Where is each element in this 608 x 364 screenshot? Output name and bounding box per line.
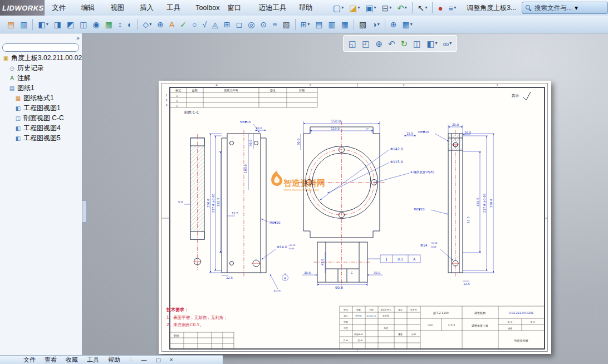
previous-view-icon[interactable]: ↶ [386, 36, 398, 51]
grid-settings-icon[interactable]: ▦▾ [400, 17, 415, 32]
weld-symbol-icon[interactable]: ◬ [210, 17, 220, 32]
tree-item-annotations[interactable]: A 注解 [0, 73, 82, 83]
note-icon[interactable]: A [167, 17, 176, 32]
taskbar-menu-favorites[interactable]: 收藏 [61, 356, 82, 364]
tree-item-drawing-view5[interactable]: ◧ 工程图视图5 [0, 133, 82, 143]
view-settings-icon[interactable]: ◧▾ [424, 36, 439, 51]
projected-view-icon[interactable]: ◨ [52, 17, 63, 32]
breakout-section-icon[interactable]: ◐ [125, 17, 134, 32]
crop-view-icon[interactable]: ▦ [103, 17, 115, 32]
main-menus: 文件(F)编辑(E)视图(V)插入(I)工具(T)Toolbox窗口(W)迈迪工… [48, 2, 325, 14]
solidworks-window: { "icons": {"caret":"▾","chevrons":"»","… [0, 0, 608, 364]
document-title: 调整角度上板3... [467, 3, 516, 13]
select-arrow-icon[interactable]: ↖▾ [415, 1, 430, 15]
display-options-icon[interactable]: ≡▾ [446, 1, 458, 15]
tree-item-icon: ◧ [14, 135, 22, 141]
dim-label: 100.0 [244, 164, 247, 173]
panel-header: » [0, 33, 82, 42]
technical-requirements: 技术要求： 1、表面平整，无划伤，无利角； 2、未注倒角C0.5。 [166, 307, 228, 327]
table-icon[interactable]: ⊞▾ [298, 17, 312, 32]
open-folder-icon[interactable]: ◪▾ [347, 1, 362, 15]
zoom-in-out-icon[interactable]: ⊕ [373, 36, 385, 51]
view-right: 25.0 10.0 M6▼15 M8▼20 Φ14 +0.10 -0.05 12… [414, 123, 494, 286]
svg-text:其余: 其余 [511, 94, 519, 98]
svg-text:第 张: 第 张 [358, 339, 363, 342]
center-mark-icon[interactable]: ⊙ [258, 17, 269, 32]
drawing-canvas[interactable]: ◱◰⊕↶↻◫◧▾∞▾ 4 3 2 1 [82, 33, 608, 364]
smart-dimension-icon[interactable]: ◇▾ [140, 17, 154, 32]
svg-text:标记: 标记 [343, 308, 348, 311]
hide-show-items-icon[interactable]: ∞▾ [441, 36, 454, 51]
area-hatch-icon[interactable]: ▨ [280, 17, 292, 32]
tree-item-section-view-cc[interactable]: ◫ 剖面视图 C-C [0, 113, 82, 123]
tree-item-drawing-view4[interactable]: ◧ 工程图视图4 [0, 123, 82, 133]
undo-icon[interactable]: ↶▾ [395, 1, 409, 15]
taskbar-menu-tools[interactable]: 工具 [82, 356, 104, 364]
hole-table-icon[interactable]: ▦ [339, 17, 351, 32]
sheet-properties-icon[interactable]: ▥ [18, 17, 30, 32]
bom-table-icon[interactable]: ▥ [326, 17, 338, 32]
panel-splitter-handle[interactable] [82, 200, 87, 223]
revision-table-icon[interactable]: ▤ [313, 17, 325, 32]
balloon-icon[interactable]: ○ [190, 17, 199, 32]
model-view-icon[interactable]: ◧▾ [36, 17, 50, 32]
taskbar-menu-file[interactable]: 文件 [19, 356, 40, 364]
move-entities-icon[interactable]: ⊕ [388, 17, 399, 32]
save-icon[interactable]: ▣▾ [363, 1, 378, 15]
menu-tools[interactable]: 工具(T) [163, 2, 192, 14]
dim-label: 30.0 [249, 139, 252, 146]
zoom-area-icon[interactable]: ◰ [360, 36, 372, 51]
geometric-tolerance-icon[interactable]: ⊞ [222, 17, 233, 32]
new-document-icon[interactable]: ▢▾ [331, 1, 346, 15]
section-view-icon[interactable]: ◫ [77, 17, 89, 32]
tree-item-sheet-format1[interactable]: ▦ 图纸格式1 [0, 93, 82, 103]
rebuild-icon[interactable]: ● [435, 1, 445, 15]
maximize-button[interactable]: ▢ [151, 357, 164, 363]
tree-item-icon: ◧ [14, 125, 22, 131]
tree-item-drawing-view1[interactable]: ◧ 工程图视图1 [0, 103, 82, 113]
menu-window[interactable]: 窗口(W) [223, 2, 254, 14]
surface-finish-icon[interactable]: √ [200, 17, 209, 32]
menu-edit[interactable]: 编辑(E) [77, 2, 106, 14]
menu-maidi-tools[interactable]: 迈迪工具集 [254, 2, 295, 14]
tree-item-sheet1[interactable]: ▤ 图纸1 [0, 83, 82, 93]
search-input[interactable]: 搜索文件与... [535, 4, 572, 12]
print-icon[interactable]: ⊟▾ [380, 1, 394, 15]
tree-item-part-root[interactable]: ▣ 角度上板3.02.211.00.0200 [0, 53, 82, 63]
svg-text:共 张: 共 张 [344, 339, 349, 342]
tree-item-history[interactable]: ◷ 历史记录 [0, 63, 82, 73]
auxiliary-view-icon[interactable]: ◩ [65, 17, 76, 32]
section-view-tool-icon[interactable]: ◫ [411, 36, 423, 51]
break-view-icon[interactable]: ↕ [116, 17, 124, 32]
panel-expand-icon[interactable]: » [76, 35, 80, 41]
view-palette-icon[interactable]: ▤ [5, 17, 17, 32]
menu-help[interactable]: 帮助(H) [295, 2, 325, 14]
menu-toolbox[interactable]: Toolbox [192, 2, 223, 14]
menu-view[interactable]: 视图(V) [106, 2, 136, 14]
layer-icon[interactable]: ▧ [357, 17, 369, 32]
featuremanager-filter-input[interactable] [2, 43, 79, 52]
spell-check-icon[interactable]: ✓ [178, 17, 189, 32]
zoom-fit-icon[interactable]: ◱ [346, 36, 359, 51]
background-window-menubar: 文件查看收藏工具帮助 ∴ — ▢ × [0, 355, 223, 364]
zone-number: 4 [215, 83, 218, 87]
minimize-button[interactable]: — [137, 357, 150, 363]
ordinate-dimension-icon[interactable]: ⊕ [155, 17, 166, 32]
taskbar-menu-help[interactable]: 帮助 [104, 356, 125, 364]
refresh-icon[interactable]: ↻ [399, 36, 410, 51]
search-box[interactable]: 搜索文件与... ▾ [522, 2, 608, 14]
taskbar-menu-view[interactable]: 查看 [40, 356, 61, 364]
dim-label: 12.5 [463, 282, 470, 286]
paw-icon[interactable]: ∴ [126, 357, 136, 363]
menu-file[interactable]: 文件(F) [48, 2, 77, 14]
menu-insert[interactable]: 插入(I) [136, 2, 163, 14]
close-button[interactable]: × [166, 357, 177, 363]
rev-col-header: 标记 [175, 88, 181, 92]
detail-view-icon[interactable]: ◉ [90, 17, 101, 32]
dropdown-caret-icon[interactable]: ▾ [575, 4, 578, 12]
hole-callout-icon[interactable]: ◎ [246, 17, 257, 32]
layer-properties-icon[interactable]: ◑▾ [370, 17, 381, 32]
dim-label: 30.0 [374, 271, 381, 274]
centerline-icon[interactable]: ≡ [270, 17, 279, 32]
datum-feature-icon[interactable]: ◻ [234, 17, 245, 32]
